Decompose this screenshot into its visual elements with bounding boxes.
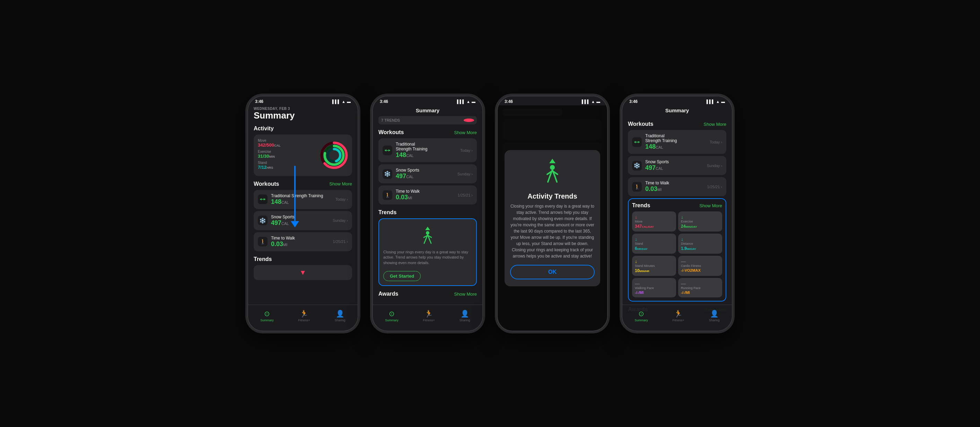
workouts-show-more-2[interactable]: Show More: [454, 130, 477, 135]
trend-run-pace[interactable]: — Running Pace -/-/MI: [678, 278, 722, 297]
workout-name-walk-2: Time to Walk: [396, 189, 454, 194]
date-header: WEDNESDAY, FEB 3 Summary: [254, 107, 352, 121]
workouts-section-header-2: Workouts Show More: [379, 129, 477, 135]
awards-title-2: Awards: [379, 291, 399, 297]
workout-item-strength-4[interactable]: TraditionalStrength Training 148CAL Toda…: [628, 130, 726, 154]
walk-pace-trend-value: -/-/MI: [635, 290, 673, 295]
workout-info-strength: Traditional Strength Training 148CAL: [271, 193, 332, 206]
svg-line-21: [430, 239, 431, 243]
status-bar-3: 3:46 ▌▌▌ ▲ ▬: [498, 96, 607, 105]
svg-marker-24: [549, 159, 555, 163]
summary-label-4: Summary: [635, 319, 648, 322]
svg-rect-33: [639, 142, 640, 142]
exercise-arrow: ↓: [681, 214, 719, 220]
status-icons-3: ▌▌▌ ▲ ▬: [582, 99, 600, 104]
fitness-icon-4: 🏃: [674, 309, 682, 318]
battery-icon: ▬: [347, 99, 351, 104]
workout-date-snow: Sunday ›: [332, 218, 348, 223]
svg-rect-8: [261, 198, 262, 200]
battery-icon-2: ▬: [472, 99, 476, 104]
workout-item-strength[interactable]: Traditional Strength Training 148CAL Tod…: [254, 190, 352, 209]
exercise-label: Exercise: [258, 150, 316, 153]
workout-name-snow: Snow Sports: [271, 215, 329, 219]
workout-date-walk-4: 1/25/21 ›: [707, 185, 722, 189]
trend-stand[interactable]: ↓ Stand 6HR/DAY: [632, 234, 676, 254]
modal-title: Activity Trends: [510, 192, 595, 200]
workout-item-walk-2[interactable]: 🚶 Time to Walk 0.03MI 1/25/21 ›: [379, 185, 477, 204]
stand-min-trend-value: 10MIN/HR: [635, 268, 673, 273]
sharing-label-4: Sharing: [709, 319, 720, 322]
move-label: Move: [258, 139, 316, 142]
nav-sharing-4[interactable]: 👤 Sharing: [709, 309, 720, 322]
modal-overlay: Activity Trends Closing your rings every…: [498, 105, 607, 331]
stand-min-trend-label: Stand Minutes: [635, 264, 673, 268]
wifi-icon-4: ▲: [716, 99, 720, 104]
nav-summary-2[interactable]: ⊙ Summary: [385, 309, 399, 322]
workouts-show-more-4[interactable]: Show More: [703, 122, 726, 127]
workout-date-snow-4: Sunday ›: [707, 164, 722, 168]
nav-sharing-1[interactable]: 👤 Sharing: [335, 309, 345, 322]
nav-summary-4[interactable]: ⊙ Summary: [635, 309, 648, 322]
svg-line-20: [424, 239, 426, 243]
exercise-stat: Exercise 31/30MIN: [258, 150, 316, 159]
svg-marker-16: [425, 227, 430, 230]
workout-item-walk[interactable]: 🚶 Time to Walk 0.03MI 1/25/21 ›: [254, 232, 352, 251]
stand-trend-label: Stand: [635, 242, 673, 245]
cardio-trend-value: -/-VO2MAX: [681, 268, 719, 272]
phone-3: 3:46 ▌▌▌ ▲ ▬: [497, 96, 608, 331]
trends-desc: Closing your rings every day is a great …: [383, 250, 472, 266]
workout-item-walk-4[interactable]: 🚶 Time to Walk 0.03MI 1/25/21 ›: [628, 177, 726, 196]
trend-distance[interactable]: ↓ Distance 1.9MI/DAY: [678, 234, 722, 254]
nav-fitness-1[interactable]: 🏃 Fitness+: [298, 309, 310, 322]
battery-icon-4: ▬: [721, 99, 725, 104]
svg-rect-12: [389, 150, 390, 151]
trend-cardio[interactable]: — Cardio Fitness -/-VO2MAX: [678, 256, 722, 276]
bottom-nav-1: ⊙ Summary 🏃 Fitness+ 👤 Sharing: [248, 305, 358, 331]
workouts-section-header-4: Workouts Show More: [628, 121, 726, 127]
nav-fitness-4[interactable]: 🏃 Fitness+: [673, 309, 684, 322]
phone-1: 3:46 ▌▌▌ ▲ ▬ WEDNESDAY, FEB 3 Summary Ac…: [247, 96, 358, 331]
trend-stand-minutes[interactable]: ↓ Stand Minutes 10MIN/HR: [632, 256, 676, 276]
trend-exercise[interactable]: ↓ Exercise 24MIN/DAY: [678, 212, 722, 231]
workout-item-snow[interactable]: ❄️ Snow Sports 497CAL Sunday ›: [254, 211, 352, 230]
workout-item-snow-4[interactable]: ❄️ Snow Sports 497CAL Sunday ›: [628, 156, 726, 175]
workouts-section-header: Workouts Show More: [254, 181, 352, 187]
workouts-show-more[interactable]: Show More: [329, 181, 352, 186]
workout-item-snow-2[interactable]: ❄️ Snow Sports 497CAL Sunday ›: [379, 164, 477, 183]
workout-cal-strength: 148CAL: [271, 198, 332, 206]
move-value: 342/500CAL: [258, 142, 316, 148]
trend-move[interactable]: ↓ Move 347CAL/DAY: [632, 212, 676, 231]
summary-label-2: Summary: [385, 319, 399, 322]
bottom-nav-2: ⊙ Summary 🏃 Fitness+ 👤 Sharing: [373, 305, 482, 331]
trend-walk-pace[interactable]: — Walking Pace -/-/MI: [632, 278, 676, 297]
trends-grid: ↓ Move 347CAL/DAY ↓ Exercise 24MIN/DAY ↓…: [632, 212, 722, 297]
workout-info-walk-2: Time to Walk 0.03MI: [396, 189, 454, 201]
trends-box-4: Trends Show More ↓ Move 347CAL/DAY ↓ Exe…: [628, 198, 726, 301]
wifi-icon-2: ▲: [466, 99, 470, 104]
trends-section-header: Trends: [254, 256, 352, 262]
nav-fitness-2[interactable]: 🏃 Fitness+: [423, 309, 435, 322]
get-started-button[interactable]: Get Started: [383, 271, 421, 281]
workout-name-walk: Time to Walk: [271, 236, 329, 241]
modal-text: Closing your rings every day is a great …: [510, 203, 595, 259]
svg-rect-10: [262, 199, 264, 200]
workout-name-snow-4: Snow Sports: [645, 159, 703, 164]
modal-ok-button[interactable]: OK: [510, 265, 595, 279]
workout-info-walk: Time to Walk 0.03MI: [271, 236, 329, 248]
nav-sharing-2[interactable]: 👤 Sharing: [460, 309, 470, 322]
activity-card[interactable]: Move 342/500CAL Exercise 31/30MIN Stand …: [254, 134, 352, 176]
trends-show-more-4[interactable]: Show More: [699, 203, 722, 208]
awards-show-more-2[interactable]: Show More: [454, 292, 477, 297]
workout-cal-walk: 0.03MI: [271, 241, 329, 248]
activity-trends-modal: Activity Trends Closing your rings every…: [504, 150, 600, 286]
walk-pace-arrow: —: [635, 281, 673, 286]
workout-date-strength-2: Today ›: [460, 148, 473, 153]
wifi-icon: ▲: [342, 99, 345, 104]
nav-summary-1[interactable]: ⊙ Summary: [260, 309, 274, 322]
svg-rect-6: [260, 199, 261, 200]
run-pace-trend-value: -/-/MI: [681, 290, 719, 295]
page-title: Summary: [254, 111, 352, 121]
signal-icon-2: ▌▌▌: [457, 99, 465, 104]
workout-item-strength-2[interactable]: TraditionalStrength Training 148CAL Toda…: [379, 138, 477, 162]
walk-icon-4: 🚶: [632, 182, 642, 192]
